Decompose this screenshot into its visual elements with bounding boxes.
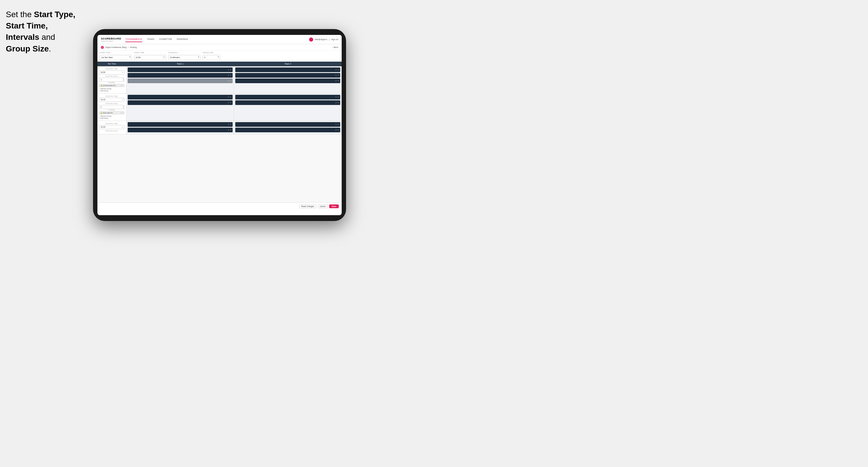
stepper-arrows-2[interactable]: ▲ ▼ bbox=[123, 105, 124, 109]
player-x-2-t2-2[interactable]: ✕ bbox=[335, 101, 337, 103]
intervals-select[interactable]: 10 Minutes 8 Minutes 12 Minutes bbox=[168, 55, 200, 60]
team2-header: Team 2 bbox=[234, 62, 342, 66]
player-x-2-t1-2[interactable]: ✕ bbox=[228, 101, 229, 103]
group-row-2: STARTING TIME: ⏱ STARTING HOLE: ▲ ▼ COUR… bbox=[97, 94, 342, 121]
clipp-icon: C bbox=[101, 46, 104, 49]
start-time-input-wrapper: ⏱ bbox=[134, 54, 166, 60]
player-row-1-t1-3: ✕ ✎ bbox=[128, 79, 232, 83]
player-edit-3-t2-2[interactable]: ✎ bbox=[338, 129, 339, 131]
remove-group-1[interactable]: ○ Remove Group bbox=[99, 88, 124, 90]
player-x-3-t1-2[interactable]: ✕ bbox=[228, 129, 229, 131]
player-edit-3-t2-1[interactable]: ✎ bbox=[338, 123, 339, 125]
add-group-2[interactable]: + Add Group bbox=[99, 117, 124, 119]
course-edit-1[interactable]: ✎ bbox=[122, 85, 123, 86]
starting-time-wrapper-3: ⏱ bbox=[99, 125, 124, 129]
player-x-1-t1-3[interactable]: ✕ bbox=[228, 80, 229, 82]
course-icon-2: ⛳ bbox=[100, 112, 102, 114]
starting-hole-label-3: STARTING HOLE: bbox=[99, 130, 124, 132]
player-edit-2-t2-1[interactable]: ✎ bbox=[338, 96, 339, 98]
player-x-1-t1-2[interactable]: ✕ bbox=[228, 74, 229, 76]
start-type-select[interactable]: 1st Tee Start Shotgun bbox=[100, 55, 132, 60]
nav-tab-teams[interactable]: TEAMS bbox=[147, 37, 154, 42]
player-edit-3-t1-1[interactable]: ✎ bbox=[230, 123, 231, 125]
player-edit-2-t1-1[interactable]: ✎ bbox=[230, 96, 231, 98]
starting-time-label-3: STARTING TIME: bbox=[99, 123, 124, 124]
sign-out-link[interactable]: Sign out bbox=[331, 38, 338, 40]
starting-hole-label-2: STARTING HOLE: bbox=[99, 103, 124, 104]
starting-time-input-2[interactable] bbox=[99, 98, 124, 102]
course-remove-1[interactable]: ✕ bbox=[120, 85, 122, 86]
stepper-up-1[interactable]: ▲ bbox=[123, 78, 124, 80]
player-edit-2-t1-2[interactable]: ✎ bbox=[230, 101, 231, 103]
tablet-screen: SCOREBOARD Powered by clipp.io TOURNAMEN… bbox=[97, 35, 342, 215]
player-edit-1-t1-1[interactable]: ✎ bbox=[230, 69, 231, 71]
player-x-3-t2-2[interactable]: ✕ bbox=[335, 129, 337, 131]
nav-tab-committee[interactable]: COMMITTEE bbox=[159, 37, 172, 42]
back-button[interactable]: ‹ Back bbox=[332, 46, 338, 48]
logo-sub: Powered by clipp.io bbox=[101, 40, 118, 42]
separator: | bbox=[329, 38, 330, 40]
starting-hole-input-1[interactable] bbox=[99, 77, 124, 82]
clock-icon: ⏱ bbox=[163, 56, 165, 58]
stepper-down-1[interactable]: ▼ bbox=[123, 80, 124, 81]
player-edit-1-t2-2[interactable]: ✎ bbox=[338, 74, 339, 76]
player-x-2-t2-1[interactable]: ✕ bbox=[335, 96, 337, 98]
nav-right: blair@clippd.io | Sign out bbox=[309, 37, 338, 41]
player-x-1-t2-3[interactable]: ✕ bbox=[335, 80, 337, 82]
reset-changes-button[interactable]: Reset Changes bbox=[299, 205, 316, 208]
tee-time-col-3: STARTING TIME: ⏱ STARTING HOLE: bbox=[97, 121, 126, 134]
team1-header: Team 1 bbox=[126, 62, 234, 66]
clock-icon-1: ⏱ bbox=[122, 71, 124, 73]
player-x-3-t1-1[interactable]: ✕ bbox=[228, 123, 229, 125]
player-row-2-t1-2: ✕ ✎ bbox=[128, 100, 232, 105]
stepper-down-2[interactable]: ▼ bbox=[123, 107, 124, 108]
starting-time-wrapper-1: ⏱ bbox=[99, 70, 124, 74]
course-remove-2[interactable]: ✕ bbox=[120, 112, 122, 114]
player-edit-3-t1-2[interactable]: ✎ bbox=[230, 129, 231, 131]
player-x-3-t2-1[interactable]: ✕ bbox=[335, 123, 337, 125]
player-row-3-t2-1: ✕ ✎ bbox=[235, 122, 340, 127]
add-group-1[interactable]: + Add Group bbox=[99, 90, 124, 92]
group-size-select[interactable]: 3 2 4 bbox=[203, 55, 220, 60]
stepper-up-2[interactable]: ▲ bbox=[123, 105, 124, 107]
team1-col-2: ✕ ✎ ✕ ✎ bbox=[126, 94, 234, 121]
course-tag-1: ⛳ (A) Peachtree GC ✕ ✎ bbox=[99, 84, 124, 87]
starting-hole-input-2[interactable] bbox=[99, 105, 124, 109]
table-header: Tee Time Team 1 Team 2 bbox=[97, 62, 342, 66]
remove-group-2[interactable]: ○ Remove Group bbox=[99, 115, 124, 117]
player-row-1-t2-3: ✕ ✎ bbox=[235, 79, 340, 83]
cancel-button[interactable]: Cancel bbox=[318, 205, 328, 208]
starting-time-input-3[interactable] bbox=[99, 125, 124, 129]
player-x-1-t1-1[interactable]: ✕ bbox=[228, 69, 229, 71]
tournament-name[interactable]: Clippd Invitational (May) bbox=[105, 46, 127, 48]
starting-hole-wrapper-2: ▲ ▼ bbox=[99, 105, 124, 109]
player-x-1-t2-1[interactable]: ✕ bbox=[335, 69, 337, 71]
course-icon-1: ⛳ bbox=[100, 85, 102, 86]
logo: SCOREBOARD bbox=[101, 37, 121, 40]
save-button[interactable]: Save bbox=[329, 205, 339, 208]
player-edit-1-t1-3[interactable]: ✎ bbox=[230, 80, 231, 82]
main-content: STARTING TIME: ⏱ STARTING HOLE: ▲ ▼ COUR… bbox=[97, 66, 342, 203]
start-time-input[interactable] bbox=[134, 55, 166, 60]
player-x-1-t2-2[interactable]: ✕ bbox=[335, 74, 337, 76]
player-edit-1-t2-1[interactable]: ✎ bbox=[338, 69, 339, 71]
nav-tab-tournaments[interactable]: TOURNAMENTS bbox=[125, 37, 142, 42]
user-email: blair@clippd.io bbox=[315, 38, 328, 40]
player-x-2-t1-1[interactable]: ✕ bbox=[228, 96, 229, 98]
starting-hole-label-1: STARTING HOLE: bbox=[99, 75, 124, 77]
controls-row: Start Type 1st Tee Start Shotgun Start T… bbox=[97, 51, 342, 62]
player-edit-1-t1-2[interactable]: ✎ bbox=[230, 74, 231, 76]
team1-col-1: ✕ ✎ ✕ ✎ ✕ ✎ bbox=[126, 66, 234, 93]
footer: Reset Changes Cancel Save bbox=[97, 203, 342, 210]
course-edit-2[interactable]: ✎ bbox=[122, 112, 123, 114]
nav-tab-rankings[interactable]: RANKINGS bbox=[177, 37, 188, 42]
intervals-label: Intervals bbox=[168, 52, 200, 54]
starting-time-input-1[interactable] bbox=[99, 70, 124, 74]
nav-tabs: TOURNAMENTS TEAMS COMMITTEE RANKINGS bbox=[125, 37, 309, 42]
player-edit-1-t2-3[interactable]: ✎ bbox=[338, 80, 339, 82]
player-row-1-t2-1: ✕ ✎ bbox=[235, 67, 340, 72]
player-edit-2-t2-2[interactable]: ✎ bbox=[338, 101, 339, 103]
starting-time-label-2: STARTING TIME: bbox=[99, 95, 124, 97]
stepper-arrows-1[interactable]: ▲ ▼ bbox=[123, 77, 124, 82]
player-row-2-t2-2: ✕ ✎ bbox=[235, 100, 340, 105]
